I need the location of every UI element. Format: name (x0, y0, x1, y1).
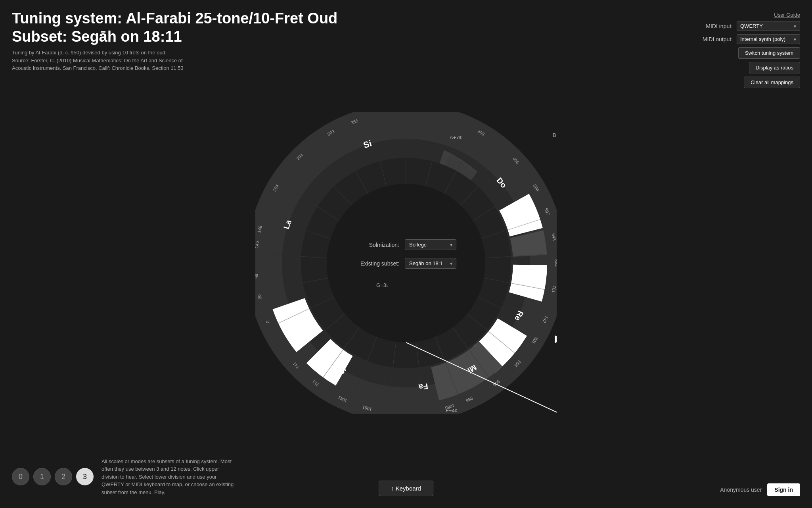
midi-output-dropdown-wrap: Internal synth (poly) (737, 34, 800, 44)
bottom-hint: All scales or modes are subsets of a tun… (102, 458, 236, 496)
user-guide-link[interactable]: User Guide (774, 12, 800, 18)
anonymous-user-label: Anonymous user (720, 487, 762, 493)
display-ratios-button[interactable]: Display as ratios (749, 62, 800, 73)
solmization-label: Solmization: (356, 242, 399, 248)
midi-input-dropdown-wrap: QWERTY (737, 21, 800, 31)
note-label-g3f: G−3♭ (376, 282, 389, 288)
center-controls: Solmization: Solfege Existing subset: Se… (356, 239, 456, 269)
step-0[interactable]: 0 (12, 468, 29, 485)
midi-input-label: MIDI input: (706, 23, 733, 29)
title-line1: Tuning system: Al-Farabi 25-tone/10-Fret… (12, 10, 337, 28)
midi-output-row: MIDI output: Internal synth (poly) (703, 34, 800, 44)
note-label-a7c: A+7¢ (450, 135, 462, 140)
top-right-controls: User Guide MIDI input: QWERTY MIDI outpu… (703, 12, 800, 88)
step-2[interactable]: 2 (55, 468, 72, 485)
subset-select-wrap: Segāh on 18:1 (405, 258, 456, 269)
step-1[interactable]: 1 (33, 468, 51, 485)
note-label-b45c: B−45¢ (553, 132, 557, 138)
solmization-select-wrap: Solfege (405, 239, 456, 250)
midi-output-label: MIDI output: (703, 36, 733, 42)
sign-in-button[interactable]: Sign in (767, 483, 800, 496)
bottom-right: Anonymous user Sign in (720, 483, 800, 496)
step-3[interactable]: 3 (76, 468, 94, 485)
svg-text:99: 99 (255, 273, 259, 279)
solmization-select[interactable]: Solfege (405, 239, 456, 250)
keyboard-button[interactable]: ↑ Keyboard (379, 481, 433, 496)
note-label-f4c: F−4¢ (446, 408, 458, 414)
switch-tuning-button[interactable]: Switch tuning system (738, 47, 800, 59)
svg-text:664: 664 (554, 260, 557, 267)
step-indicators: 0 1 2 3 (12, 468, 94, 485)
play-indicator[interactable] (555, 335, 557, 343)
bottom-left: 0 1 2 3 All scales or modes are subsets … (12, 458, 236, 496)
solmization-row: Solmization: Solfege (356, 239, 456, 250)
existing-subset-label: Existing subset: (356, 260, 399, 267)
existing-subset-select[interactable]: Segāh on 18:1 (405, 258, 456, 269)
midi-input-dropdown[interactable]: QWERTY (737, 21, 800, 31)
subset-row: Existing subset: Segāh on 18:1 (356, 258, 456, 269)
clear-mappings-button[interactable]: Clear all mappings (744, 77, 800, 88)
title-section: Tuning system: Al-Farabi 25-tone/10-Fret… (12, 10, 337, 72)
svg-text:Fa: Fa (418, 382, 429, 392)
midi-output-dropdown[interactable]: Internal synth (poly) (737, 34, 800, 44)
midi-input-row: MIDI input: QWERTY (706, 21, 800, 31)
title-line2: Subset: Segāh on 18:11 (12, 28, 337, 46)
title-credit: Tuning by Al-Farabi (d. c. 950) devised … (12, 49, 337, 72)
